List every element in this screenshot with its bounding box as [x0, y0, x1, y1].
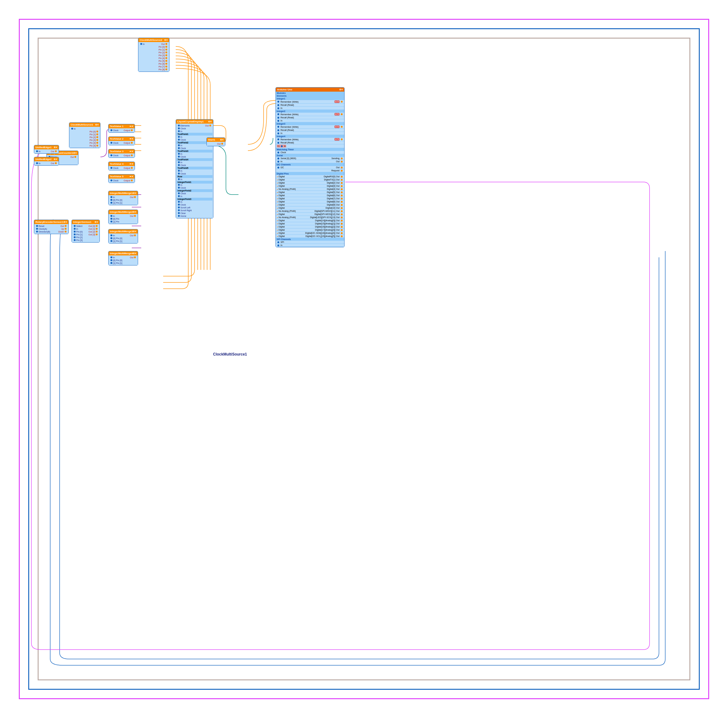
node-integer-genius1[interactable]: IntegerGenius1 ⚙✕ Select Out [0] In Out …: [72, 220, 100, 243]
section-label-intfield3: IntegerField3: [177, 198, 213, 201]
port-row: [1] Pin [1]: [109, 240, 137, 243]
port-dot-in: [277, 245, 279, 246]
arduino-row-in1: In: [276, 107, 344, 110]
node-integer-multi-merge1[interactable]: IntegerMultiMerge1 ⚙✕ In Out [0] Pin [0]…: [108, 191, 138, 205]
arduino-row-in4: +1In: [276, 144, 344, 148]
arduino-row-serial: Serial [0] (9600) Sending: [276, 157, 344, 160]
port-row: In: [70, 127, 99, 130]
node-clock-multi-source1[interactable]: ClockMultiSource1 ⚙✕ In Pin [0] Pin [1] …: [69, 122, 100, 148]
port-dot-in: [178, 209, 180, 211]
node-body: Clock Output: [109, 179, 135, 183]
node-text-value1[interactable]: TextValue 1 ✏✕ Clock Output: [108, 124, 135, 133]
port-dot-out: [341, 167, 343, 168]
port-dot-out: [131, 167, 133, 169]
arduino-row-i2c-request: Request: [276, 169, 344, 172]
port-dot-out: [165, 46, 167, 48]
port-row: Pin [6]: [139, 63, 168, 65]
arduino-row-digital12: ●Digital Digital[SPI-MOSI][12]Out: [276, 213, 344, 216]
port-dot-in: [178, 127, 180, 129]
port-dot-in: [110, 218, 112, 220]
arduino-row-digital9: ●Digital Digital[9]Out: [276, 204, 344, 207]
port-dot-in: [178, 147, 180, 149]
arduino-row-digital-rx0: ●Digital DigitalRX[0]Out: [276, 175, 344, 178]
node-start1[interactable]: Start1 ⚙✕ Out: [206, 138, 225, 146]
port-dot-in: [277, 126, 279, 128]
port-dot-in: [74, 225, 76, 227]
port-dot-out: [134, 234, 136, 236]
port-dot-out: [341, 201, 343, 203]
section-spi: SPI Channels: [276, 238, 344, 241]
node-integer-multi-merge2[interactable]: IntegerMultiMerge2 ⚙✕ In Out [0] Pin [1]…: [108, 210, 138, 224]
port-row: In: [177, 184, 213, 187]
port-dot-in: [178, 170, 180, 171]
port-dot-in: [71, 128, 73, 130]
port-row: Pin [4]: [139, 57, 168, 60]
port-dot-in: [110, 167, 112, 169]
port-dot-in: [74, 239, 76, 241]
frame-pink: [19, 19, 709, 699]
port-dot-out: [341, 216, 343, 218]
port-dot-in: [277, 101, 279, 103]
section-label-textfield5: TextField5: [177, 167, 213, 170]
section-label-row: Row: [177, 175, 213, 178]
arduino-row-digital4: ●No Analog (PinM) Digital[4]Out: [276, 188, 344, 191]
node-clock-multi-source2[interactable]: ClockMultiSource2 ⚙✕ In Out Pin [0] Pin …: [138, 38, 170, 72]
arduino-row-digital2: ●Digital Digital[2]Out: [276, 181, 344, 185]
node-lcd[interactable]: LiquidCrystalDisplay1 ⚙✕ Elements Out Cl…: [176, 119, 213, 218]
port-row: In: [177, 178, 213, 181]
port-dot-in: [74, 231, 76, 233]
node-integer-multi-merge3[interactable]: IntegerMultiMerge3 ⚙✕ In Out [0] Pin [0]…: [108, 229, 138, 243]
port-row: Pin [5]: [139, 60, 168, 63]
arduino-row-remember4: Remember (Write) Out: [276, 138, 344, 141]
section-integer3: Integer3: [276, 122, 344, 125]
port-row: [1] Pin [1]: [109, 202, 137, 204]
node-text-value5[interactable]: TextValue 5 ✏✕ Clock Output: [108, 174, 135, 183]
node-text-value4[interactable]: TextValue 4 ✏✕ Clock Output: [108, 162, 135, 170]
node-text-value2[interactable]: TextValue 2 ✏✕ Clock Output: [108, 136, 135, 145]
port-dot-out: [341, 194, 343, 196]
port-dot-out: [341, 176, 343, 178]
port-dot-out: [165, 52, 167, 54]
arduino-row-digital10: ●Digital Digital[10]Out: [276, 207, 344, 210]
node-unified-edge1[interactable]: UnifiedEdge1 ⚙✕ In Out: [34, 145, 59, 154]
port-dot-out: [96, 136, 98, 138]
node-text-value3[interactable]: TextValue 3 ✏✕ Clock Output: [108, 149, 135, 158]
section-integer1: Integer1: [276, 97, 344, 100]
port-dot-in: [110, 262, 112, 264]
node-body: Clock Output: [109, 129, 135, 132]
port-dot-out: [341, 213, 343, 215]
arduino-row-digital15: ●Digital Digital[15][Analog[1]]Out: [276, 222, 344, 225]
port-dot-in: [74, 236, 76, 238]
node-arduino-uno[interactable]: Arduino Uno ⚙✕ Modules Elements Integer1…: [275, 87, 344, 247]
port-dot-out: [165, 57, 167, 59]
port-dot-in: [277, 138, 279, 140]
port-dot-in: [178, 195, 180, 197]
node-rotary-encoder[interactable]: RotaryEncoderSensor1 ⚙✕ Reset Out Clock(…: [34, 220, 69, 234]
port-dot-in: [178, 125, 180, 127]
node-header-imm2: IntegerMultiMerge2 ⚙✕: [109, 210, 138, 214]
port-row: In Out [1]: [72, 228, 99, 230]
port-dot-in: [277, 113, 279, 115]
port-dot-in: [277, 241, 279, 243]
port-dot-in: [36, 150, 38, 152]
arduino-row-in3: In: [276, 132, 344, 135]
node-body: Reset Out Clock(A) Up Direction(B) Down: [34, 224, 69, 234]
port-dot-in: [178, 215, 180, 217]
port-row: In Out: [35, 162, 58, 165]
clock-label: ClockMultiSource1: [213, 352, 247, 357]
section-label-intfield2: IntegerField2: [177, 189, 213, 192]
port-row: Pin [0]: [139, 46, 168, 48]
port-dot-out: [341, 198, 343, 200]
port-dot-out: [131, 155, 133, 156]
port-row: [0] Pin [0]: [109, 199, 137, 202]
port-row: In Out: [139, 43, 168, 46]
port-dot-out: [96, 233, 98, 235]
arduino-row-clock: Clock: [276, 151, 344, 154]
section-label-textfield1: TextField1: [177, 133, 213, 136]
node-integer-multi-merge4[interactable]: IntegerMultiMerge4 ⚙✕ In Out [0] Pin [0]…: [108, 251, 138, 265]
node-unified-edge2[interactable]: UnifiedEdge2 ⚙✕ In Out: [34, 157, 59, 166]
port-dot-out: [131, 179, 133, 181]
arduino-row-digital14: ●Digital Digital[14][Analog[0]]Out: [276, 219, 344, 222]
port-dot-in: [277, 120, 279, 122]
node-header-text-value1: TextValue 1 ✏✕: [109, 124, 135, 129]
